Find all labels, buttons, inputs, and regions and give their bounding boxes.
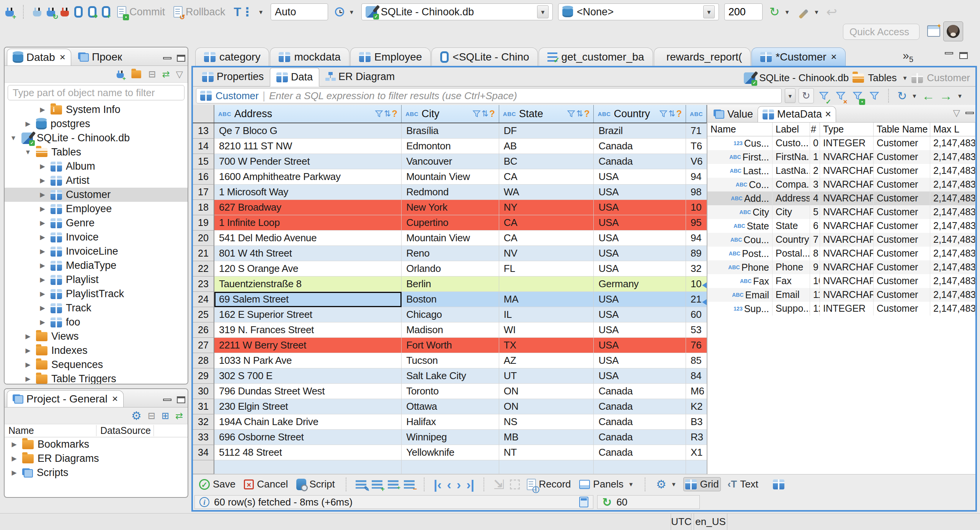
timezone-indicator[interactable]: UTC <box>671 514 691 530</box>
collapse-all-icon[interactable]: ⊟ <box>148 69 156 80</box>
grid-cell[interactable]: Canada <box>594 430 686 445</box>
grid-cell[interactable] <box>499 276 594 292</box>
next-row-icon[interactable]: › <box>457 479 461 490</box>
expander-icon[interactable]: ▶ <box>38 205 47 213</box>
grid-cell[interactable]: 8210 111 ST NW <box>214 139 402 154</box>
expander-icon[interactable]: ▶ <box>10 440 18 448</box>
grid-cell[interactable]: USA <box>594 215 686 231</box>
filter-history-dropdown[interactable]: ▼ <box>785 88 795 103</box>
new-connection-icon[interactable]: + <box>5 11 14 16</box>
tree-item[interactable]: ▶ postgres <box>5 117 188 131</box>
grid-cell[interactable]: 32 <box>686 261 707 276</box>
grid-cell[interactable]: USA <box>594 353 686 368</box>
metadata-row[interactable]: 123Cus... Custo... 0 INTEGER Customer 2,… <box>707 136 975 150</box>
save-button[interactable]: ✓ Save <box>198 478 237 491</box>
grid-cell[interactable]: Tauentzienstraße 8 <box>214 276 402 292</box>
grid-cell[interactable]: Cupertino <box>402 215 499 231</box>
grid-cell[interactable]: CA <box>499 231 594 246</box>
table-row[interactable]: 31 230 Elgin Street Ottawa ON Canada K2 <box>193 399 707 414</box>
grid-cell[interactable]: X1 <box>686 445 707 460</box>
grid-cell[interactable]: 53 <box>686 322 707 338</box>
grid-cell[interactable]: V6 <box>686 154 707 169</box>
tree-item[interactable]: ▶ Sequences <box>5 358 188 372</box>
grid-cell[interactable]: T6 <box>686 139 707 154</box>
result-subtab[interactable]: ER Diagram <box>319 67 401 86</box>
row-number[interactable]: 21 <box>193 246 214 261</box>
panels-button[interactable]: Panels ▼ <box>578 478 635 491</box>
grid-cell[interactable]: R3 <box>686 430 707 445</box>
new-folder-icon[interactable] <box>132 70 142 78</box>
auto-refresh-box[interactable]: ↻ 60 <box>597 495 700 509</box>
grid-cell[interactable]: Winnipeg <box>402 430 499 445</box>
new-sql-script-icon[interactable]: + <box>102 6 110 18</box>
grid-cell[interactable]: USA <box>594 338 686 353</box>
grid-cell[interactable]: Canada <box>594 445 686 460</box>
expander-icon[interactable]: ▶ <box>38 247 47 255</box>
tree-item[interactable]: ▶ Employee <box>5 202 188 216</box>
new-connection-icon[interactable]: + <box>117 73 124 78</box>
tree-item[interactable]: ▶ Bookmarks <box>5 437 188 451</box>
grid-cell[interactable]: 10 <box>686 200 707 215</box>
table-row[interactable]: 33 696 Osborne Street Winnipeg MB Canada… <box>193 430 707 445</box>
table-row[interactable]: 18 627 Broadway New York NY USA 10 <box>193 200 707 215</box>
row-number[interactable]: 17 <box>193 185 214 200</box>
text-view-toggle[interactable]: ‹T Text <box>726 478 760 491</box>
editor-tab[interactable]: rewards_report( × <box>654 47 751 66</box>
tree-item[interactable]: ▶ Playlist <box>5 273 188 287</box>
breadcrumb-connection[interactable]: SQLite - Chinook.db <box>759 72 849 84</box>
grid-cell[interactable]: ON <box>499 384 594 399</box>
grid-cell[interactable]: IL <box>499 307 594 322</box>
grid-corner[interactable] <box>193 105 214 123</box>
metadata-column-header[interactable]: Type <box>820 123 874 136</box>
sort-icon[interactable]: ⇅ <box>482 109 488 119</box>
grid-cell[interactable]: AZ <box>499 353 594 368</box>
tab-projects[interactable]: Проек <box>73 49 127 65</box>
commit-button[interactable]: ▪ Commit <box>116 5 167 19</box>
tree-item[interactable]: ▶ MediaType <box>5 258 188 273</box>
editor-tab[interactable]: mockdata × <box>270 47 349 66</box>
row-number[interactable]: 31 <box>193 399 214 414</box>
grid-cell[interactable]: USA <box>594 322 686 338</box>
filter-funnel-icon[interactable] <box>472 110 481 118</box>
schema-combo[interactable]: <None> ▼ <box>558 3 719 20</box>
minimize-icon[interactable] <box>965 112 974 114</box>
grid-cell[interactable] <box>499 460 594 474</box>
grid-cell[interactable] <box>402 460 499 474</box>
remove-filter-icon[interactable]: × <box>834 88 848 103</box>
grid-cell[interactable]: NT <box>499 445 594 460</box>
transaction-mode-button[interactable]: T⋮ ▼ <box>232 4 265 20</box>
grid-cell[interactable]: K2 <box>686 399 707 414</box>
grid-cell[interactable]: Berlin <box>402 276 499 292</box>
table-row[interactable]: 22 120 S Orange Ave Orlando FL USA 32 <box>193 261 707 276</box>
grid-cell[interactable]: 76 <box>686 338 707 353</box>
edit-value-icon[interactable]: ✎ <box>356 480 366 489</box>
row-number[interactable]: 33 <box>193 430 214 445</box>
dbeaver-logo-button[interactable] <box>943 21 963 41</box>
grid-cell[interactable]: 1 Microsoft Way <box>214 185 402 200</box>
table-row[interactable] <box>193 460 707 474</box>
sort-icon[interactable]: ⇅ <box>668 109 675 119</box>
maximize-icon[interactable] <box>177 55 185 62</box>
tree-item[interactable]: ▶ Genre <box>5 216 188 230</box>
custom-filter-icon[interactable] <box>867 88 881 103</box>
grid-cell[interactable]: Qe 7 Bloco G <box>214 123 402 139</box>
grid-cell[interactable]: 700 W Pender Street <box>214 154 402 169</box>
breadcrumb-table[interactable]: Customer <box>927 72 970 84</box>
open-sql-script-icon[interactable]: ➜ <box>88 6 96 18</box>
value-view-icon[interactable] <box>773 479 784 489</box>
grid-column-header[interactable]: ABC State ⇅ ? <box>499 105 594 123</box>
grid-cell[interactable]: Salt Lake City <box>402 368 499 384</box>
grid-cell[interactable]: 302 S 700 E <box>214 368 402 384</box>
filter-input[interactable]: Customer | Enter a SQL expression to fil… <box>196 88 782 103</box>
table-row[interactable]: 30 796 Dundas Street West Toronto ON Can… <box>193 384 707 399</box>
back-navigation-icon[interactable]: ← <box>922 89 935 103</box>
quick-access-input[interactable]: Quick Access <box>843 24 920 40</box>
grid-cell[interactable]: Ottawa <box>402 399 499 414</box>
grid-cell[interactable]: Redmond <box>402 185 499 200</box>
save-filter-icon[interactable]: ▪ <box>851 88 864 103</box>
expander-icon[interactable]: ▶ <box>38 219 47 227</box>
metadata-row[interactable]: ABCFirst... FirstNa... 1 NVARCHAR Custom… <box>707 150 975 164</box>
expander-icon[interactable]: ▼ <box>9 134 18 142</box>
grid-cell[interactable]: Fort Worth <box>402 338 499 353</box>
grid-cell[interactable]: 95 <box>686 215 707 231</box>
